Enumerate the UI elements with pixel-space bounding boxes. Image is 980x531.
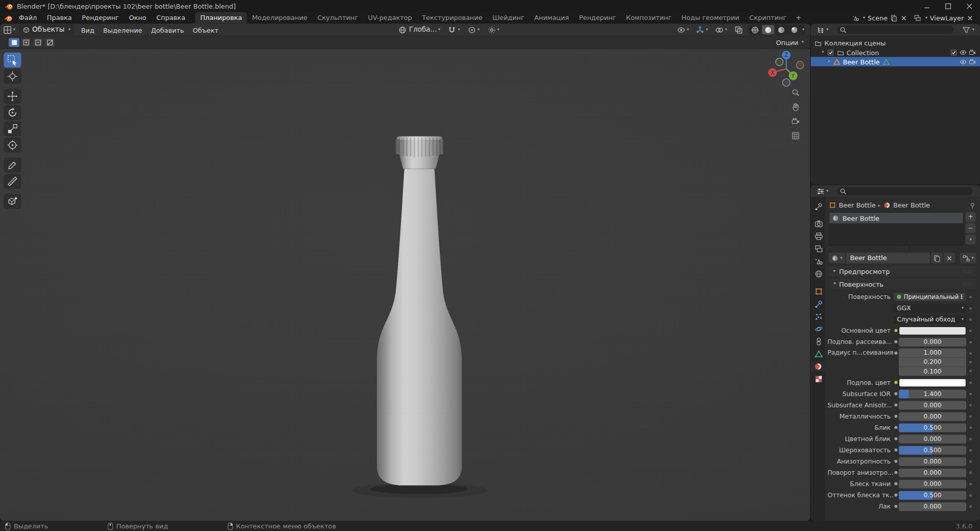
prop-widget-specular[interactable]: 0.500	[899, 423, 966, 432]
checkbox-icon[interactable]	[827, 49, 834, 56]
tab-view-layer-properties[interactable]	[812, 244, 825, 254]
scale-tool[interactable]	[4, 121, 21, 136]
tab-output-properties[interactable]	[812, 232, 825, 242]
number-field[interactable]: 0.200	[899, 358, 966, 367]
unlink-scene-button[interactable]	[900, 14, 908, 22]
close-button[interactable]	[959, 0, 980, 12]
prop-widget-subsurface-method[interactable]: Случайный обход▾	[893, 315, 966, 324]
decorator-dot[interactable]	[966, 315, 975, 324]
tab-world-properties[interactable]	[812, 269, 825, 279]
scene-name[interactable]: Scene	[868, 14, 888, 22]
menu-window[interactable]: Окно	[124, 12, 152, 24]
shading-rendered-button[interactable]	[788, 25, 800, 34]
shading-solid-button[interactable]	[761, 25, 774, 34]
prop-widget-subsurface-color[interactable]	[899, 378, 966, 387]
unlink-material-button[interactable]	[944, 252, 955, 263]
tab-compositing[interactable]: Композитинг	[621, 12, 677, 24]
prop-widget-surface-shader[interactable]: Принципиальный BSDF	[893, 292, 966, 302]
editor-type-button[interactable]: ▾	[813, 26, 831, 34]
prop-widget-metallic[interactable]: 0.000	[899, 412, 966, 421]
decorator-dot[interactable]	[966, 423, 975, 432]
decorator-dot[interactable]	[966, 411, 975, 421]
tab-tool-properties[interactable]	[812, 201, 825, 212]
tab-scene-properties[interactable]	[812, 257, 825, 267]
measure-tool[interactable]	[4, 174, 21, 189]
decorator-dot[interactable]	[966, 456, 975, 466]
snap-toggle[interactable]: ▾	[446, 25, 462, 35]
remove-slot-button[interactable]: −	[966, 223, 976, 234]
eye-icon[interactable]	[960, 58, 967, 65]
move-tool[interactable]	[4, 89, 21, 104]
tab-texture-paint[interactable]: Текстурирование	[417, 12, 488, 24]
viewport-3d[interactable]: ▾ Объекты ▾ ВидВыделениеДобавитьОбъект Г…	[0, 24, 810, 521]
preview-panel-header[interactable]: ▸ Предпросмотр ::::	[829, 266, 976, 276]
select-mode-subtract-button[interactable]	[33, 38, 43, 47]
shading-wireframe-button[interactable]	[749, 25, 761, 34]
outliner-row-beer-bottle[interactable]: ▸ Beer Bottle	[810, 57, 980, 66]
axis-negative-x-handle[interactable]	[796, 61, 804, 69]
view-layer-selector[interactable]: ▾ ViewLayer	[914, 14, 974, 22]
tab-physics-properties[interactable]	[812, 324, 825, 334]
outliner-search-field[interactable]	[836, 26, 954, 34]
decorator-dot[interactable]	[966, 292, 975, 302]
prop-widget-subsurface-ior[interactable]: 1.400	[899, 389, 966, 398]
navigation-gizmo[interactable]: Z X Y	[764, 47, 808, 91]
beer-bottle-object[interactable]	[327, 129, 514, 517]
blender-menu-button[interactable]	[4, 13, 12, 22]
number-field[interactable]: 1.000	[899, 349, 966, 358]
decorator-dot[interactable]	[966, 445, 975, 454]
decorator-dot[interactable]	[966, 400, 975, 409]
cursor-tool[interactable]	[4, 69, 21, 84]
decorator-dot[interactable]	[966, 502, 975, 511]
prop-widget-clearcoat[interactable]: 0.000	[899, 502, 966, 511]
decorator-dot[interactable]	[966, 378, 975, 387]
tab-render-properties[interactable]	[812, 219, 825, 229]
editor-type-button[interactable]: ▾	[0, 26, 18, 34]
options-dropdown[interactable]: Опции▾	[776, 38, 810, 46]
select-box-tool[interactable]	[4, 53, 21, 67]
transform-tool[interactable]	[4, 137, 21, 152]
prop-widget-distribution[interactable]: GGX▾	[893, 304, 966, 312]
prop-widget-roughness[interactable]: 0.500	[899, 446, 966, 454]
object-types-visibility-button[interactable]: ▾	[675, 25, 691, 35]
zoom-gadget[interactable]	[790, 87, 801, 98]
number-field[interactable]: 0.100	[899, 367, 966, 376]
viewport-menu-view[interactable]: Вид	[77, 26, 99, 34]
tab-particle-properties[interactable]	[812, 311, 825, 321]
camera-view-gadget[interactable]	[790, 117, 801, 127]
tab-texture-properties[interactable]	[812, 374, 825, 384]
camera-icon[interactable]	[969, 58, 976, 65]
tab-modifier-properties[interactable]	[812, 299, 825, 309]
pan-gadget[interactable]	[790, 102, 801, 112]
add-workspace-button[interactable]: +	[792, 12, 806, 24]
surface-panel-header[interactable]: ▾ Поверхность ::::	[829, 279, 976, 289]
prop-widget-specular-tint[interactable]: 0.000	[899, 434, 966, 443]
outliner-filter-button[interactable]: ▾	[959, 26, 977, 34]
viewport-menu-object[interactable]: Объект	[188, 26, 223, 34]
orthographic-gadget[interactable]	[790, 131, 801, 141]
decorator-dot[interactable]	[966, 304, 975, 313]
menu-file[interactable]: Файл	[14, 12, 42, 24]
prop-widget-base-color[interactable]	[899, 326, 966, 335]
breadcrumb-material[interactable]: Beer Bottle	[893, 201, 930, 209]
tab-scripting[interactable]: Скриптинг	[744, 12, 791, 24]
tab-shading[interactable]: Шейдинг	[487, 12, 529, 24]
prop-widget-sheen-tint[interactable]: 0.500	[899, 491, 966, 499]
transform-orientation-dropdown[interactable]: Глоба... ▾	[396, 25, 442, 35]
rotate-tool[interactable]	[4, 105, 21, 120]
collapse-icon[interactable]: ▸	[828, 59, 830, 64]
annotate-tool[interactable]	[4, 157, 21, 172]
tab-object-properties[interactable]	[812, 287, 825, 297]
view-layer-name[interactable]: ViewLayer	[930, 14, 964, 22]
camera-icon[interactable]	[969, 49, 976, 56]
viewport-menu-add[interactable]: Добавить	[147, 26, 188, 34]
prop-widget-subsurface[interactable]: 0.000	[899, 337, 966, 346]
pivot-point-dropdown[interactable]: ▾	[466, 25, 482, 35]
shading-options-dropdown[interactable]: ▾	[802, 28, 804, 32]
decorator-dot[interactable]	[966, 468, 975, 477]
expand-icon[interactable]: ▾	[822, 50, 824, 55]
shading-material-button[interactable]	[775, 25, 787, 34]
breadcrumb-object[interactable]: Beer Bottle	[839, 201, 875, 209]
scene-selector[interactable]: ▾ Scene	[852, 14, 908, 22]
proportional-editing-toggle[interactable]: ▾	[485, 25, 501, 35]
